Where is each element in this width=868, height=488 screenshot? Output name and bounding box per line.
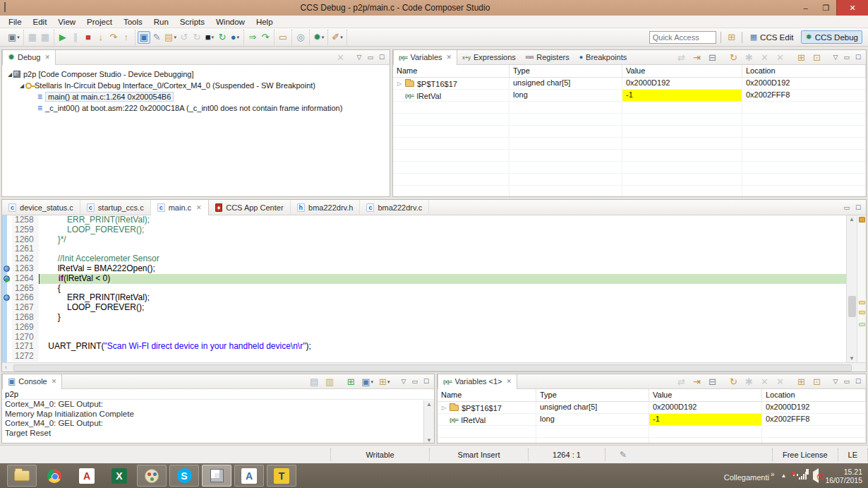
terminate-icon[interactable]: ■	[82, 31, 95, 44]
taskbar-file-explorer[interactable]	[7, 465, 37, 487]
volume-muted-icon[interactable]: ⃠	[813, 472, 819, 480]
tab-expressions[interactable]: x+yExpressions	[457, 50, 521, 65]
clear-console-icon[interactable]: ▤	[308, 375, 320, 388]
scrollbar-thumb[interactable]	[848, 296, 856, 316]
breakpoints-menu-icon[interactable]: ✹▾	[312, 31, 325, 44]
code-line[interactable]: 1260 }*/	[2, 235, 846, 245]
reset-icon[interactable]: ↻	[191, 31, 203, 44]
menu-scripts[interactable]: Scripts	[174, 18, 210, 26]
dropdown-arrow-icon[interactable]: ▾	[237, 35, 240, 40]
taskbar-ti-tool[interactable]: T	[267, 465, 296, 487]
view-menu-icon[interactable]: ▽	[831, 54, 839, 61]
dropdown-arrow-icon[interactable]: ▾	[17, 35, 20, 40]
breakpoint-icon[interactable]	[4, 294, 10, 301]
maximize-view-icon[interactable]: ☐	[854, 204, 862, 211]
taskbar-excel[interactable]: X	[104, 465, 134, 487]
dropdown-arrow-icon[interactable]: ▾	[387, 379, 390, 384]
column-header-name[interactable]: Name	[438, 389, 536, 401]
show-hidden-icons[interactable]: ▲	[781, 472, 787, 479]
breakpoint-gutter[interactable]	[2, 313, 12, 323]
code-editor[interactable]: 1258 ERR_PRINT(lRetVal);1259 LOOP_FOREVE…	[2, 215, 846, 362]
menu-project[interactable]: Project	[81, 18, 118, 26]
expand-arrow-icon[interactable]: ◢	[6, 71, 13, 78]
editor-tab-device-status-c[interactable]: cdevice_status.c	[2, 200, 80, 215]
menu-tools[interactable]: Tools	[118, 18, 148, 26]
tab-console[interactable]: ▣ Console ✕	[2, 374, 62, 389]
code-line[interactable]: 1270	[2, 333, 846, 343]
code-text[interactable]	[39, 244, 846, 254]
minimize-view-icon[interactable]: ▭	[842, 378, 851, 385]
tab-registers[interactable]: 0101Registers	[521, 50, 574, 65]
column-header-value[interactable]: Value	[622, 65, 742, 77]
collapse-all-icon[interactable]: ⊟	[706, 375, 718, 388]
code-text[interactable]: }	[39, 313, 846, 323]
restore-button[interactable]: ❐	[816, 0, 836, 16]
close-icon[interactable]: ✕	[447, 54, 452, 61]
dropdown-arrow-icon[interactable]: ▾	[371, 379, 374, 384]
code-text[interactable]	[39, 352, 846, 362]
editor-horizontal-scrollbar[interactable]: ‹	[2, 362, 866, 372]
column-header-type[interactable]: Type	[510, 65, 622, 77]
remove-icon[interactable]: ✕	[758, 375, 771, 388]
scroll-lock-icon[interactable]: ▥	[323, 375, 336, 388]
editor-tab-startup-ccs-c[interactable]: cstartup_ccs.c	[80, 200, 151, 215]
options-icon[interactable]: ✱	[742, 375, 755, 388]
taskbar-acrobat[interactable]: A	[72, 465, 102, 487]
table-row[interactable]: ▷$P$T16$17unsigned char[5]0x2000D1920x20…	[438, 402, 866, 414]
debug-tree-item[interactable]: ≡main() at main.c:1.264 0x200054B6	[2, 91, 390, 102]
view-menu-icon[interactable]: ▽	[355, 54, 363, 61]
menu-run[interactable]: Run	[148, 18, 174, 26]
debug-config-icon[interactable]: ✎	[150, 31, 163, 44]
code-line[interactable]: 1267 LOOP_FOREVER();	[2, 303, 846, 313]
step-over-icon[interactable]: ↷	[107, 31, 120, 44]
view-menu-icon[interactable]: ▽	[831, 378, 839, 385]
ruler-mark-yellow[interactable]	[859, 301, 865, 304]
close-icon[interactable]: ✕	[52, 378, 57, 385]
display-console-icon[interactable]: ▣▾	[360, 375, 375, 388]
flash-icon[interactable]: ▤▾	[163, 31, 178, 44]
tab-variables-1[interactable]: (x)= Variables <1> ✕	[438, 374, 517, 389]
minimize-view-icon[interactable]: ▭	[842, 54, 851, 61]
code-text[interactable]: if(lRetVal < 0)	[39, 274, 846, 284]
table-row[interactable]: ▷$P$T16$17unsigned char[5]0x2000D1920x20…	[393, 78, 866, 90]
expand-arrow-icon[interactable]: ▷	[397, 81, 402, 87]
code-line[interactable]: 1258 ERR_PRINT(lRetVal);	[2, 215, 846, 225]
taskbar-writer[interactable]: A	[234, 465, 264, 487]
suspend-icon[interactable]: ∥	[69, 31, 82, 44]
breakpoint-gutter[interactable]	[2, 323, 12, 333]
editor-tab-ccs-app-center[interactable]: ♦CCS App Center	[209, 200, 291, 215]
column-header-location[interactable]: Location	[762, 389, 866, 401]
code-line[interactable]: 1263 lRetVal = BMA222Open();	[2, 264, 846, 274]
debug-tree-item[interactable]: ≡_c_int00() at boot.asm:222 0x2000C18A (…	[2, 102, 390, 114]
minimize-view-icon[interactable]: ▭	[366, 54, 375, 61]
debug-tree-item[interactable]: ◢p2p [Code Composer Studio - Device Debu…	[2, 69, 390, 80]
search-icon[interactable]: ◎	[294, 31, 307, 44]
overview-ruler[interactable]	[857, 215, 866, 362]
scroll-up-icon[interactable]: ▲	[847, 216, 857, 222]
ruler-mark-yellow[interactable]	[859, 311, 865, 314]
taskbar-skype[interactable]: S	[169, 465, 199, 487]
breakpoint-gutter[interactable]	[2, 342, 12, 352]
memory-browser-icon[interactable]: ▭	[277, 31, 289, 44]
open-console-icon[interactable]: ⊞▾	[378, 375, 391, 388]
code-text[interactable]: ERR_PRINT(lRetVal);	[39, 215, 846, 225]
breakpoint-gutter[interactable]	[2, 264, 12, 274]
menu-help[interactable]: Help	[251, 18, 279, 26]
taskbar-chrome[interactable]	[40, 465, 69, 487]
breakpoint-gutter[interactable]	[2, 293, 12, 303]
options-icon[interactable]: ✱	[742, 51, 755, 64]
breakpoint-gutter[interactable]	[2, 333, 12, 343]
new-file-icon[interactable]: ▣▾	[6, 31, 21, 44]
taskbar-ccs[interactable]	[202, 465, 231, 487]
taskbar-paint[interactable]	[137, 465, 167, 487]
code-text[interactable]: {	[39, 284, 846, 294]
code-text[interactable]: LOOP_FOREVER();	[39, 303, 846, 313]
perspective-ccs-debug[interactable]: ✹ CCS Debug	[801, 30, 862, 44]
pin-view-icon[interactable]: ⊡	[810, 375, 823, 388]
clock[interactable]: 15.21 16/07/2015	[825, 468, 862, 484]
code-line[interactable]: 1272	[2, 352, 846, 362]
console-scrollbar[interactable]: ▲ ▼	[423, 400, 434, 444]
pin-view-icon[interactable]: ⊡	[810, 51, 823, 64]
show-type-names-icon[interactable]: ⇄	[675, 51, 687, 64]
show-type-names-icon[interactable]: ⇄	[675, 375, 687, 388]
